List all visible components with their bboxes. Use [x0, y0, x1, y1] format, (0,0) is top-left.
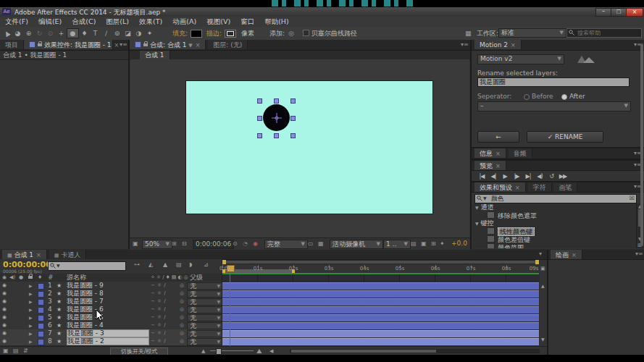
eye-icon[interactable]: ◉ [2, 290, 7, 298]
anchor-point-icon[interactable] [272, 113, 282, 123]
selection-handle[interactable] [290, 98, 296, 104]
layer-bar[interactable] [222, 306, 539, 313]
current-time-indicator[interactable] [230, 265, 230, 346]
close-icon[interactable]: × [114, 42, 120, 49]
tab-brush[interactable]: 画笔 [553, 182, 577, 192]
frame-blend-icon[interactable]: ▤ [176, 261, 182, 268]
close-button[interactable]: × [626, 8, 643, 17]
timeline-jump-icon[interactable]: ⊞ [431, 238, 436, 249]
motion-blur-icon[interactable]: ◗ [189, 261, 192, 268]
expander-icon[interactable]: ▶ [29, 298, 33, 306]
timeline-search-box[interactable]: ▼ [48, 261, 126, 271]
layer-switches[interactable]: ~☼∕ [151, 282, 168, 290]
zoom-slider-thumb[interactable] [216, 348, 222, 355]
layer-color-swatch[interactable] [38, 331, 44, 337]
eraser-tool-icon[interactable]: ◪ [122, 28, 133, 38]
pick-whip-icon[interactable]: ◎ [180, 282, 184, 290]
before-label[interactable]: Before [532, 93, 553, 100]
viewer-pasteboard[interactable] [130, 59, 469, 237]
selection-handle[interactable] [290, 116, 296, 121]
last-frame-button[interactable]: ▶| [522, 173, 534, 180]
eye-icon[interactable]: ◉ [2, 274, 7, 282]
help-search-input[interactable] [576, 29, 641, 37]
parent-dropdown[interactable]: 无▼ [187, 298, 222, 306]
workspace-icon[interactable]: ▦ [465, 28, 472, 39]
eye-icon[interactable]: ◉ [2, 337, 7, 345]
fast-preview-icon[interactable]: ▣ [421, 238, 427, 249]
composition-frame[interactable] [186, 81, 432, 214]
effects-search-input[interactable] [490, 195, 623, 203]
after-radio[interactable] [561, 94, 567, 100]
timeline-navigator[interactable] [222, 260, 540, 264]
layer-name[interactable]: 我是圆圈 - 4 [67, 321, 148, 329]
expander-icon[interactable]: ▶ [29, 313, 33, 321]
tab-effects-presets[interactable]: 效果和预设× [474, 182, 526, 192]
parent-dropdown[interactable]: 无▼ [187, 314, 222, 321]
layer-switches[interactable]: ~☼∕ [151, 313, 168, 321]
snapshot-camera-icon[interactable]: ⊙ [233, 238, 238, 249]
tab-effect-controls[interactable]: 效果控件: 我是圆圈 - 1× [24, 40, 113, 49]
audio-button[interactable]: ◀) [534, 173, 545, 180]
effects-group[interactable]: ▼ 通道 [472, 203, 636, 211]
panel-menu-icon[interactable]: ▾≡ [120, 41, 127, 48]
show-snapshot-icon[interactable]: ◔ [243, 238, 248, 249]
shape-tool-icon[interactable]: ● [67, 28, 79, 38]
tab-timeline-cartoon[interactable]: ▦ 卡通人 [49, 250, 87, 259]
pan-behind-tool-icon[interactable]: + [56, 28, 67, 38]
effect-item[interactable]: 颜色差值键 [472, 235, 636, 243]
pick-whip-icon[interactable]: ◎ [180, 290, 184, 298]
eye-icon[interactable]: ◉ [2, 313, 7, 321]
layer-name[interactable]: 我是圆圈 - 6 [67, 306, 148, 313]
menu-effect[interactable]: 效果(T) [134, 17, 167, 25]
layer-color-swatch[interactable] [38, 315, 44, 321]
tab-character[interactable]: 字符 [528, 182, 552, 192]
selection-handle[interactable] [290, 133, 296, 138]
eye-icon[interactable]: ◉ [2, 329, 7, 337]
layer-color-swatch[interactable] [38, 307, 44, 313]
tab-motion2[interactable]: Motion 2× [474, 40, 522, 49]
layer-switches[interactable]: ~☼∕ [151, 290, 168, 298]
pick-whip-icon[interactable]: ◎ [180, 337, 184, 345]
pick-whip-icon[interactable]: ◎ [180, 313, 184, 321]
type-tool-icon[interactable]: T [90, 28, 101, 38]
layer-name[interactable]: 我是圆圈 - 7 [67, 298, 148, 306]
previous-frame-button[interactable]: ◀| [488, 173, 499, 180]
layer-name-editing[interactable]: 我是圆圈 - 3 [67, 329, 149, 337]
parent-dropdown[interactable]: 无▼ [187, 330, 222, 337]
add-shape-icon[interactable]: ◎ [288, 28, 294, 39]
play-button[interactable]: ▶ [499, 173, 511, 180]
close-icon[interactable]: × [511, 42, 516, 49]
roto-brush-tool-icon[interactable]: ◑ [133, 28, 144, 38]
layer-name[interactable]: 我是圆圈 - 8 [67, 290, 148, 298]
solo-icon[interactable]: ● [19, 274, 23, 282]
close-icon[interactable]: × [495, 151, 501, 157]
parent-dropdown[interactable]: 无▼ [187, 290, 222, 298]
rotate-tool-icon[interactable]: ↻ [34, 28, 45, 38]
first-frame-button[interactable]: |◀ [476, 173, 488, 180]
selection-handle[interactable] [257, 116, 262, 121]
effects-search-box[interactable]: ▼ ☒ [474, 194, 637, 203]
before-radio[interactable] [524, 94, 530, 100]
stroke-label[interactable]: 描边: [206, 28, 222, 39]
puppet-pin-tool-icon[interactable]: ✦ [144, 28, 155, 38]
camera-dropdown[interactable]: 活动摄像机▼ [330, 240, 383, 249]
layer-color-swatch[interactable] [38, 299, 44, 306]
layer-bar[interactable] [222, 298, 539, 306]
zoom-dropdown[interactable]: 50%▼ [142, 240, 172, 249]
hide-shy-icon[interactable]: ▲ [163, 261, 167, 268]
zoom-tool-icon[interactable]: ⊕ [23, 28, 34, 38]
tab-audio[interactable]: 音频 [509, 148, 532, 158]
back-button[interactable]: ← [477, 131, 519, 143]
fill-label[interactable]: 填充: [172, 28, 188, 39]
expander-icon[interactable]: ▶ [29, 290, 33, 298]
viewer-lock-icon[interactable] [29, 41, 35, 48]
menu-edit[interactable]: 编辑(E) [33, 17, 67, 25]
layer-bar[interactable] [222, 322, 539, 329]
chevron-down-icon[interactable]: ▼ [475, 205, 479, 210]
layer-color-swatch[interactable] [38, 283, 44, 290]
graph-editor-icon[interactable]: ⊿ [204, 261, 209, 268]
transparency-grid-icon[interactable]: ▦ [318, 238, 324, 249]
maximize-button[interactable]: □ [611, 8, 627, 17]
timeline-zoom-slider[interactable] [210, 350, 254, 351]
selection-handle[interactable] [274, 133, 279, 138]
